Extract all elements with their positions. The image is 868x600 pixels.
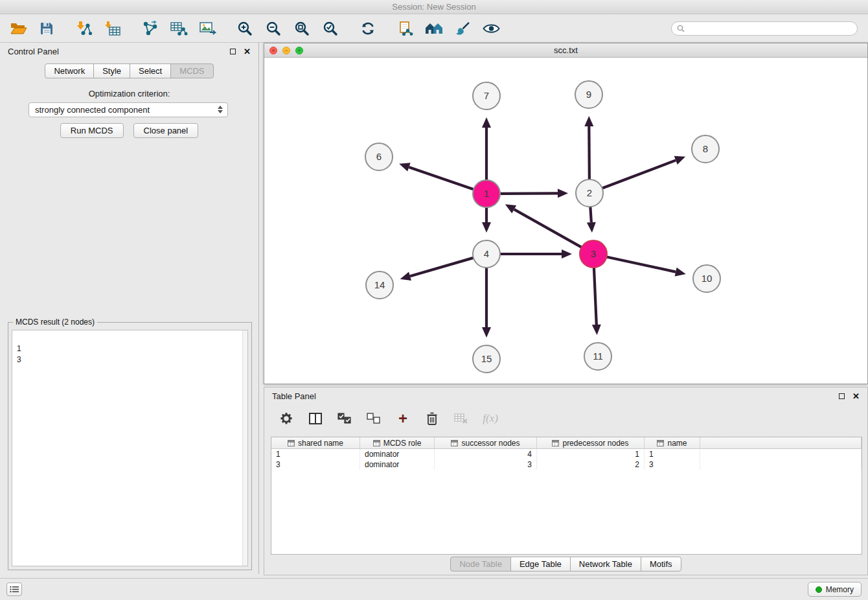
- tab-select[interactable]: Select: [130, 63, 171, 78]
- graph-node[interactable]: 6: [365, 143, 393, 170]
- column-header[interactable]: successor nodes: [435, 437, 537, 449]
- graph-node[interactable]: 3: [580, 240, 607, 268]
- column-header[interactable]: MCDS role: [360, 437, 435, 449]
- delete-table-button[interactable]: [452, 410, 470, 427]
- column-header[interactable]: predecessor nodes: [537, 437, 645, 449]
- tab-edge-table[interactable]: Edge Table: [510, 557, 571, 571]
- control-panel-header: Control Panel ✕: [0, 43, 258, 60]
- table-cell[interactable]: dominator: [360, 449, 435, 459]
- import-network-button[interactable]: [74, 19, 95, 38]
- network-table-button[interactable]: [168, 19, 189, 38]
- style-brush-button[interactable]: [452, 19, 473, 38]
- import-network-icon: [76, 21, 93, 36]
- graph-node[interactable]: 14: [366, 271, 393, 299]
- export-image-button[interactable]: [197, 19, 218, 38]
- search-input[interactable]: [688, 24, 852, 33]
- run-mcds-button[interactable]: Run MCDS: [60, 123, 124, 138]
- graphics-details-button[interactable]: [481, 19, 501, 38]
- maximize-window-icon[interactable]: +: [295, 47, 303, 54]
- control-panel: Control Panel ✕ Network Style Select MCD…: [0, 43, 259, 574]
- table-cell[interactable]: dominator: [360, 459, 435, 470]
- graph-edge[interactable]: [410, 258, 474, 276]
- gear-icon: [280, 412, 293, 425]
- table-cell[interactable]: 3: [645, 459, 700, 470]
- graph-edge[interactable]: [589, 126, 589, 179]
- graph-edge[interactable]: [514, 209, 582, 248]
- tab-mcds[interactable]: MCDS: [170, 63, 213, 78]
- tab-network[interactable]: Network: [45, 63, 94, 78]
- network-window-titlebar[interactable]: × − + scc.txt: [264, 43, 867, 58]
- network-canvas[interactable]: 7968124314101511: [264, 58, 867, 384]
- task-history-button[interactable]: [6, 583, 22, 596]
- select-all-rows-button[interactable]: [336, 410, 354, 427]
- column-header-label: name: [667, 439, 687, 448]
- float-table-panel-icon[interactable]: [839, 393, 845, 399]
- home-views-button[interactable]: [424, 19, 444, 38]
- apply-layout-button[interactable]: [358, 19, 378, 38]
- graph-node[interactable]: 7: [473, 82, 500, 110]
- table-cell[interactable]: 3: [271, 459, 360, 470]
- columns-icon: [309, 413, 322, 424]
- table-cell[interactable]: 1: [537, 449, 645, 459]
- show-column-panel-button[interactable]: [306, 410, 325, 427]
- table-cell[interactable]: 3: [435, 459, 537, 470]
- graph-node[interactable]: 15: [473, 345, 500, 373]
- close-window-icon[interactable]: ×: [269, 47, 277, 54]
- graph-node[interactable]: 10: [693, 265, 720, 292]
- graph-edge[interactable]: [409, 167, 474, 189]
- graph-node[interactable]: 11: [584, 343, 611, 370]
- graph-node[interactable]: 4: [473, 240, 500, 268]
- tab-motifs[interactable]: Motifs: [641, 557, 681, 571]
- minimize-window-icon[interactable]: −: [282, 47, 290, 54]
- graph-edge[interactable]: [500, 193, 558, 194]
- clone-network-button[interactable]: [395, 19, 416, 38]
- column-header-label: predecessor nodes: [562, 439, 628, 448]
- table-cell[interactable]: 1: [645, 449, 700, 459]
- zoom-in-button[interactable]: [234, 19, 255, 38]
- graph-edge[interactable]: [594, 268, 597, 325]
- file-group: [8, 19, 57, 38]
- add-column-button[interactable]: +: [394, 410, 412, 427]
- table-cell[interactable]: 2: [537, 459, 645, 470]
- column-type-icon: [288, 440, 295, 446]
- zoom-selected-button[interactable]: [320, 19, 341, 38]
- zoom-out-button[interactable]: [263, 19, 284, 38]
- table-cell[interactable]: 1: [271, 449, 360, 459]
- result-scrollbar[interactable]: [242, 330, 247, 566]
- graph-node[interactable]: 8: [692, 135, 719, 163]
- function-builder-button[interactable]: f(x): [481, 410, 499, 427]
- toolbar-search[interactable]: [671, 21, 858, 36]
- delete-table-icon: [454, 413, 468, 424]
- select-arrows-icon: [218, 106, 223, 113]
- zoom-fit-button[interactable]: [291, 19, 312, 38]
- close-panel-icon[interactable]: ✕: [244, 47, 251, 56]
- graph-node-label: 11: [593, 351, 603, 362]
- save-session-button[interactable]: [36, 19, 57, 38]
- close-panel-button[interactable]: Close panel: [133, 123, 199, 138]
- graph-node-label: 8: [703, 143, 708, 154]
- graph-edge-arrow-icon: [674, 156, 685, 165]
- delete-column-button[interactable]: [423, 410, 441, 427]
- column-header[interactable]: shared name: [271, 437, 360, 449]
- float-panel-icon[interactable]: [230, 49, 236, 54]
- open-session-button[interactable]: [8, 19, 29, 38]
- criterion-select[interactable]: strongly connected component: [29, 102, 228, 117]
- graph-edge[interactable]: [607, 257, 676, 271]
- column-header[interactable]: name: [645, 437, 700, 449]
- graph-node[interactable]: 2: [576, 179, 603, 207]
- close-table-panel-icon[interactable]: ✕: [852, 392, 860, 400]
- graph-edge[interactable]: [602, 160, 676, 188]
- graph-edge[interactable]: [590, 207, 591, 222]
- import-table-button[interactable]: [102, 19, 123, 38]
- window-titlebar: Session: New Session: [0, 0, 868, 14]
- graph-node[interactable]: 1: [473, 180, 500, 207]
- graph-node[interactable]: 9: [575, 81, 602, 108]
- memory-button[interactable]: Memory: [808, 582, 862, 597]
- tab-node-table[interactable]: Node Table: [450, 557, 511, 571]
- table-cell[interactable]: 4: [435, 449, 537, 459]
- tab-network-table[interactable]: Network Table: [570, 557, 641, 571]
- new-network-button[interactable]: [140, 19, 161, 38]
- table-settings-button[interactable]: [277, 410, 295, 427]
- deselect-all-rows-button[interactable]: [365, 410, 383, 427]
- tab-style[interactable]: Style: [93, 63, 130, 78]
